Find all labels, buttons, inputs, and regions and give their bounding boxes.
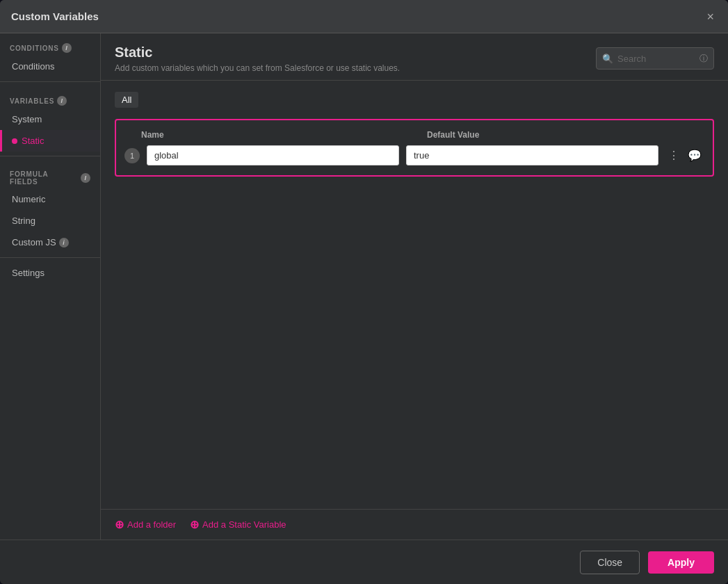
content-footer: ⊕ Add a folder ⊕ Add a Static Variable: [101, 509, 728, 540]
apply-button[interactable]: Apply: [648, 551, 714, 574]
variables-info-icon[interactable]: i: [57, 96, 67, 106]
sidebar-item-custom-js[interactable]: Custom JS i: [0, 232, 100, 253]
sidebar-section-conditions: CONDITIONS i: [0, 33, 100, 56]
col-default-header: Default Value: [427, 130, 704, 140]
main-content: Static Add custom variables which you ca…: [101, 33, 728, 540]
filter-all[interactable]: All: [115, 92, 138, 108]
page-subtitle: Add custom variables which you can set f…: [115, 63, 400, 73]
search-box: 🔍 ⓘ: [596, 47, 714, 70]
variable-name-input[interactable]: [147, 145, 399, 165]
modal-body: CONDITIONS i Conditions VARIABLES i Syst…: [0, 33, 728, 540]
formula-info-icon[interactable]: i: [81, 173, 90, 183]
content-title-area: Static Add custom variables which you ca…: [115, 44, 400, 73]
modal-close-button[interactable]: ×: [704, 8, 717, 26]
custom-js-info-icon[interactable]: i: [59, 238, 69, 248]
custom-variables-modal: Custom Variables × CONDITIONS i Conditio…: [0, 0, 728, 584]
add-variable-icon: ⊕: [190, 518, 199, 531]
sidebar-section-formula: FORMULA FIELDS i: [0, 161, 100, 188]
modal-header: Custom Variables ×: [0, 0, 728, 33]
row-actions: ⋮ 💬: [665, 146, 704, 165]
page-title: Static: [115, 44, 400, 60]
conditions-info-icon[interactable]: i: [62, 43, 72, 53]
sidebar: CONDITIONS i Conditions VARIABLES i Syst…: [0, 33, 101, 540]
search-icon: 🔍: [602, 54, 613, 64]
row-more-button[interactable]: ⋮: [665, 146, 682, 165]
variable-default-input[interactable]: [406, 145, 658, 165]
content-body: All Name Default Value 1: [101, 81, 728, 509]
content-header: Static Add custom variables which you ca…: [101, 33, 728, 81]
filter-row: All: [115, 92, 714, 108]
sidebar-item-string[interactable]: String: [0, 210, 100, 232]
add-variable-link[interactable]: ⊕ Add a Static Variable: [190, 518, 286, 531]
variable-entry-1: 1 ⋮ 💬: [124, 145, 704, 165]
variable-row-card: Name Default Value 1 ⋮ 💬: [115, 119, 714, 177]
sidebar-item-system[interactable]: System: [0, 108, 100, 130]
modal-footer: Close Apply: [0, 540, 728, 584]
columns-header: Name Default Value: [124, 130, 704, 140]
active-indicator: [12, 138, 17, 144]
close-button[interactable]: Close: [580, 551, 640, 574]
sidebar-item-static[interactable]: Static: [0, 130, 100, 152]
search-input[interactable]: [617, 54, 695, 64]
modal-title: Custom Variables: [11, 10, 99, 22]
sidebar-item-settings[interactable]: Settings: [0, 262, 100, 284]
add-folder-link[interactable]: ⊕ Add a folder: [115, 518, 176, 531]
sidebar-item-numeric[interactable]: Numeric: [0, 188, 100, 210]
sidebar-section-variables: VARIABLES i: [0, 86, 100, 108]
sidebar-item-conditions[interactable]: Conditions: [0, 56, 100, 77]
col-name-header: Name: [141, 130, 419, 140]
add-folder-icon: ⊕: [115, 518, 124, 531]
row-comment-button[interactable]: 💬: [685, 146, 704, 165]
search-clear-icon[interactable]: ⓘ: [699, 53, 708, 65]
row-number: 1: [124, 148, 140, 163]
